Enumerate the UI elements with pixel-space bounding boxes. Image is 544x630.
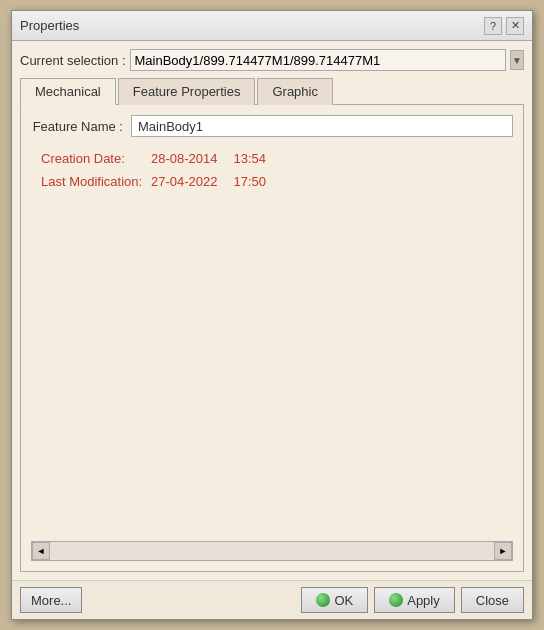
apply-label: Apply <box>407 593 440 608</box>
ok-icon <box>316 593 330 607</box>
close-button[interactable]: Close <box>461 587 524 613</box>
scroll-right-button[interactable]: ► <box>494 542 512 560</box>
last-modification-time-value: 17:50 <box>234 174 267 189</box>
bottom-button-bar: More... OK Apply Close <box>12 580 532 619</box>
creation-date-label: Creation Date: <box>41 151 151 166</box>
creation-time-value: 13:54 <box>234 151 267 166</box>
apply-button[interactable]: Apply <box>374 587 455 613</box>
last-modification-row: Last Modification: 27-04-2022 17:50 <box>31 174 513 189</box>
creation-date-row: Creation Date: 28-08-2014 13:54 <box>31 151 513 166</box>
last-modification-date-value: 27-04-2022 <box>151 174 218 189</box>
tab-graphic[interactable]: Graphic <box>257 78 333 105</box>
scroll-left-button[interactable]: ◄ <box>32 542 50 560</box>
feature-name-row: Feature Name : <box>31 115 513 137</box>
tab-content-area: Feature Name : Creation Date: 28-08-2014… <box>20 105 524 572</box>
horizontal-scrollbar[interactable]: ◄ ► <box>31 541 513 561</box>
ok-label: OK <box>334 593 353 608</box>
creation-date-value: 28-08-2014 <box>151 151 218 166</box>
feature-name-input[interactable] <box>131 115 513 137</box>
ok-button[interactable]: OK <box>301 587 368 613</box>
selection-dropdown-button[interactable]: ▼ <box>510 50 524 70</box>
dialog-content: Current selection : MainBody1/899.714477… <box>12 41 532 580</box>
tabs-bar: Mechanical Feature Properties Graphic <box>20 77 524 105</box>
tab-feature-properties[interactable]: Feature Properties <box>118 78 256 105</box>
more-button[interactable]: More... <box>20 587 82 613</box>
title-bar: Properties ? ✕ <box>12 11 532 41</box>
feature-name-label: Feature Name : <box>31 119 131 134</box>
content-spacer <box>31 197 513 541</box>
apply-icon <box>389 593 403 607</box>
help-button[interactable]: ? <box>484 17 502 35</box>
mechanical-tab-content: Feature Name : Creation Date: 28-08-2014… <box>20 105 524 572</box>
close-title-button[interactable]: ✕ <box>506 17 524 35</box>
scroll-track[interactable] <box>50 542 494 560</box>
selection-value: MainBody1/899.714477M1/899.714477M1 <box>135 53 381 68</box>
current-selection-label: Current selection : <box>20 53 126 68</box>
tab-mechanical[interactable]: Mechanical <box>20 78 116 105</box>
last-modification-label: Last Modification: <box>41 174 151 189</box>
title-bar-controls: ? ✕ <box>484 17 524 35</box>
selection-box: MainBody1/899.714477M1/899.714477M1 <box>130 49 507 71</box>
dialog-title: Properties <box>20 18 79 33</box>
current-selection-row: Current selection : MainBody1/899.714477… <box>20 49 524 71</box>
properties-dialog: Properties ? ✕ Current selection : MainB… <box>11 10 533 620</box>
close-label: Close <box>476 593 509 608</box>
